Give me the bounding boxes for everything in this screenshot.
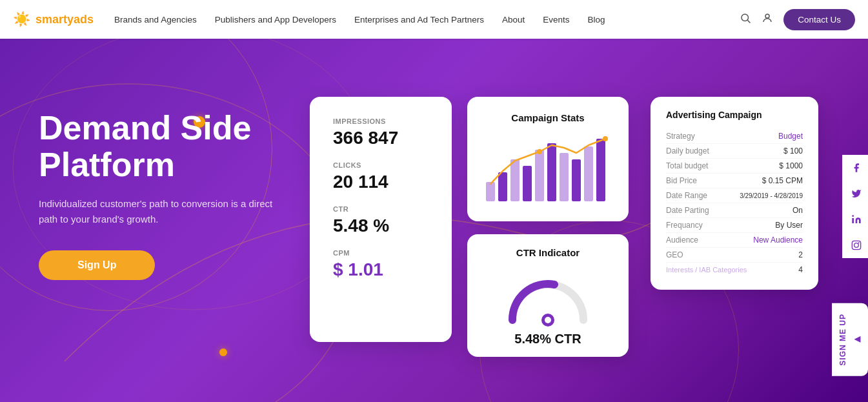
ad-row-bid-price-value: $ 0.15 CPM — [762, 176, 803, 185]
svg-rect-10 — [547, 143, 556, 201]
svg-rect-12 — [572, 159, 581, 201]
hero-section: Demand Side Platform Individualized cust… — [0, 39, 868, 402]
logo-text: smartyads — [35, 13, 94, 26]
ad-row-total-budget: Total budget $ 1000 — [666, 159, 803, 174]
campaign-stats-chart — [483, 134, 618, 205]
ad-row-audience-label: Audience — [666, 236, 698, 245]
twitter-button[interactable] — [842, 181, 868, 206]
instagram-button[interactable] — [842, 232, 868, 258]
hero-subtitle: Individualized customer's path to conver… — [39, 196, 284, 227]
svg-rect-6 — [498, 172, 507, 201]
nav-publishers[interactable]: Publishers and App Developers — [215, 15, 336, 25]
ad-row-interests: Interests / IAB Categories 4 — [666, 263, 803, 277]
hero-left: Demand Side Platform Individualized cust… — [39, 77, 310, 280]
ad-row-geo: GEO 2 — [666, 248, 803, 263]
search-button[interactable] — [740, 12, 751, 27]
ctr-gauge — [503, 268, 593, 327]
ad-row-strategy-label: Strategy — [666, 132, 695, 141]
svg-rect-5 — [486, 182, 495, 201]
nav-brands-agencies[interactable]: Brands and Agencies — [114, 15, 197, 25]
svg-point-18 — [545, 317, 551, 323]
ad-row-date-parting: Date Parting On — [666, 203, 803, 218]
nav-events[interactable]: Events — [543, 15, 569, 25]
nav-links: Brands and Agencies Publishers and App D… — [114, 15, 740, 25]
ad-row-strategy: Strategy Budget — [666, 129, 803, 144]
nav-about[interactable]: About — [502, 15, 525, 25]
ad-row-bid-price-label: Bid Price — [666, 176, 697, 185]
impressions-label: IMPRESSIONS — [333, 117, 429, 125]
ad-row-date-parting-label: Date Parting — [666, 206, 709, 215]
ctr-indicator-value: 5.48% CTR — [483, 332, 613, 347]
svg-point-2 — [765, 14, 769, 18]
user-button[interactable] — [762, 12, 773, 27]
logo-name-start: smarty — [35, 13, 74, 26]
navbar: ☀️ smartyads Brands and Agencies Publish… — [0, 0, 868, 39]
right-cards: Campaign Stats — [467, 97, 629, 357]
ad-row-daily-budget-label: Daily budget — [666, 146, 709, 156]
ad-row-frequancy-label: Frequancy — [666, 221, 703, 230]
logo[interactable]: ☀️ smartyads — [13, 11, 94, 28]
svg-point-16 — [603, 136, 608, 141]
campaign-stats-card: Campaign Stats — [467, 97, 629, 221]
ad-row-audience-value: New Audience — [753, 236, 803, 245]
svg-rect-20 — [852, 241, 860, 249]
ad-row-interests-value: 4 — [798, 265, 803, 274]
ad-row-bid-price: Bid Price $ 0.15 CPM — [666, 174, 803, 188]
impressions-value: 366 847 — [333, 128, 429, 148]
cpm-value: $ 1.01 — [333, 259, 429, 280]
campaign-stats-title: Campaign Stats — [483, 112, 613, 123]
ad-row-strategy-value: Budget — [778, 132, 803, 141]
cpm-stat: CPM $ 1.01 — [333, 249, 429, 280]
nav-enterprises[interactable]: Enterprises and Ad Tech Partners — [354, 15, 484, 25]
cards-area: IMPRESSIONS 366 847 CLICKS 20 114 CTR 5.… — [310, 77, 829, 357]
cpm-label: CPM — [333, 249, 429, 257]
ad-row-daily-budget: Daily budget $ 100 — [666, 144, 803, 159]
svg-rect-9 — [535, 150, 544, 201]
ad-row-date-range-value: 3/29/2019 - 4/28/2019 — [740, 192, 803, 199]
ad-row-daily-budget-value: $ 100 — [783, 146, 803, 156]
ad-campaign-card: Advertising Campaign Strategy Budget Dai… — [651, 97, 818, 290]
svg-line-1 — [748, 20, 751, 23]
ctr-card: CTR Indicator 5.48% CTR — [467, 234, 629, 357]
logo-icon: ☀️ — [13, 11, 30, 28]
clicks-stat: CLICKS 20 114 — [333, 161, 429, 192]
ad-row-interests-label: Interests / IAB Categories — [666, 266, 747, 274]
sign-me-up-arrow-icon: ▶ — [853, 335, 862, 345]
clicks-value: 20 114 — [333, 172, 429, 192]
svg-point-15 — [537, 149, 542, 154]
ad-row-geo-label: GEO — [666, 250, 683, 259]
logo-name-end: ads — [74, 13, 94, 26]
signup-button[interactable]: Sign Up — [39, 250, 155, 280]
stats-card: IMPRESSIONS 366 847 CLICKS 20 114 CTR 5.… — [310, 97, 452, 342]
ad-row-audience: Audience New Audience — [666, 233, 803, 248]
svg-rect-13 — [584, 146, 593, 201]
svg-point-21 — [854, 243, 858, 248]
ad-row-date-parting-value: On — [792, 206, 803, 215]
ctr-value: 5.48 % — [333, 216, 429, 236]
ad-campaign-title: Advertising Campaign — [666, 110, 803, 120]
svg-point-19 — [852, 215, 854, 217]
ad-row-date-range-label: Date Range — [666, 191, 707, 200]
ctr-stat: CTR 5.48 % — [333, 205, 429, 236]
impressions-stat: IMPRESSIONS 366 847 — [333, 117, 429, 148]
svg-point-22 — [858, 242, 859, 243]
svg-point-0 — [742, 14, 749, 21]
ad-row-geo-value: 2 — [798, 250, 803, 259]
linkedin-button[interactable] — [842, 206, 868, 232]
nav-blog[interactable]: Blog — [587, 15, 605, 25]
clicks-label: CLICKS — [333, 161, 429, 169]
contact-us-button[interactable]: Contact Us — [783, 9, 855, 30]
svg-rect-14 — [596, 139, 605, 201]
ad-row-frequancy: Frequancy By User — [666, 218, 803, 233]
facebook-button[interactable] — [842, 155, 868, 181]
sign-me-up-label: SIGN ME UP — [838, 314, 847, 366]
ad-row-total-budget-value: $ 1000 — [779, 161, 803, 170]
svg-rect-11 — [560, 153, 569, 201]
hero-title: Demand Side Platform — [39, 110, 310, 183]
ad-row-total-budget-label: Total budget — [666, 161, 708, 170]
ctr-card-title: CTR Indicator — [483, 247, 613, 258]
nav-icons — [740, 12, 773, 27]
bar-chart-container — [483, 134, 613, 211]
svg-rect-7 — [510, 159, 520, 201]
sign-me-up-panel[interactable]: SIGN ME UP ▶ — [832, 303, 868, 376]
